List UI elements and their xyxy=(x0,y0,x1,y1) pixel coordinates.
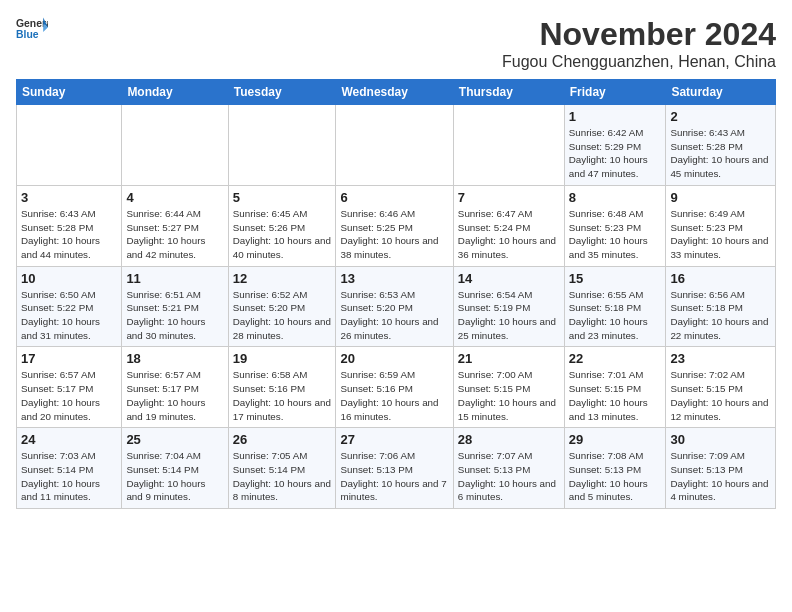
calendar-cell: 15Sunrise: 6:55 AMSunset: 5:18 PMDayligh… xyxy=(564,266,666,347)
day-number: 14 xyxy=(458,271,560,286)
logo-icon: General Blue xyxy=(16,16,48,44)
weekday-header-sunday: Sunday xyxy=(17,80,122,105)
calendar-cell: 16Sunrise: 6:56 AMSunset: 5:18 PMDayligh… xyxy=(666,266,776,347)
calendar-week-row: 3Sunrise: 6:43 AMSunset: 5:28 PMDaylight… xyxy=(17,185,776,266)
day-number: 4 xyxy=(126,190,223,205)
day-info: Sunrise: 6:53 AMSunset: 5:20 PMDaylight:… xyxy=(340,288,448,343)
day-info: Sunrise: 6:51 AMSunset: 5:21 PMDaylight:… xyxy=(126,288,223,343)
day-number: 21 xyxy=(458,351,560,366)
calendar-week-row: 24Sunrise: 7:03 AMSunset: 5:14 PMDayligh… xyxy=(17,428,776,509)
day-number: 22 xyxy=(569,351,662,366)
weekday-header-monday: Monday xyxy=(122,80,228,105)
day-number: 18 xyxy=(126,351,223,366)
day-number: 3 xyxy=(21,190,117,205)
calendar-cell: 22Sunrise: 7:01 AMSunset: 5:15 PMDayligh… xyxy=(564,347,666,428)
calendar-cell: 1Sunrise: 6:42 AMSunset: 5:29 PMDaylight… xyxy=(564,105,666,186)
day-info: Sunrise: 7:08 AMSunset: 5:13 PMDaylight:… xyxy=(569,449,662,504)
day-info: Sunrise: 6:42 AMSunset: 5:29 PMDaylight:… xyxy=(569,126,662,181)
calendar-cell: 27Sunrise: 7:06 AMSunset: 5:13 PMDayligh… xyxy=(336,428,453,509)
calendar-cell: 19Sunrise: 6:58 AMSunset: 5:16 PMDayligh… xyxy=(228,347,336,428)
calendar-cell: 14Sunrise: 6:54 AMSunset: 5:19 PMDayligh… xyxy=(453,266,564,347)
calendar-cell: 9Sunrise: 6:49 AMSunset: 5:23 PMDaylight… xyxy=(666,185,776,266)
day-number: 16 xyxy=(670,271,771,286)
day-info: Sunrise: 7:09 AMSunset: 5:13 PMDaylight:… xyxy=(670,449,771,504)
calendar-cell: 30Sunrise: 7:09 AMSunset: 5:13 PMDayligh… xyxy=(666,428,776,509)
day-info: Sunrise: 6:56 AMSunset: 5:18 PMDaylight:… xyxy=(670,288,771,343)
calendar-cell xyxy=(17,105,122,186)
day-number: 19 xyxy=(233,351,332,366)
calendar-table: SundayMondayTuesdayWednesdayThursdayFrid… xyxy=(16,79,776,509)
calendar-cell xyxy=(228,105,336,186)
day-info: Sunrise: 7:03 AMSunset: 5:14 PMDaylight:… xyxy=(21,449,117,504)
day-number: 2 xyxy=(670,109,771,124)
day-info: Sunrise: 6:55 AMSunset: 5:18 PMDaylight:… xyxy=(569,288,662,343)
day-info: Sunrise: 7:07 AMSunset: 5:13 PMDaylight:… xyxy=(458,449,560,504)
day-info: Sunrise: 6:57 AMSunset: 5:17 PMDaylight:… xyxy=(21,368,117,423)
title-block: November 2024 Fugou Chengguanzhen, Henan… xyxy=(502,16,776,71)
calendar-cell: 5Sunrise: 6:45 AMSunset: 5:26 PMDaylight… xyxy=(228,185,336,266)
day-number: 28 xyxy=(458,432,560,447)
day-number: 8 xyxy=(569,190,662,205)
day-number: 9 xyxy=(670,190,771,205)
day-number: 17 xyxy=(21,351,117,366)
calendar-cell: 13Sunrise: 6:53 AMSunset: 5:20 PMDayligh… xyxy=(336,266,453,347)
calendar-cell: 3Sunrise: 6:43 AMSunset: 5:28 PMDaylight… xyxy=(17,185,122,266)
day-info: Sunrise: 6:50 AMSunset: 5:22 PMDaylight:… xyxy=(21,288,117,343)
day-info: Sunrise: 6:49 AMSunset: 5:23 PMDaylight:… xyxy=(670,207,771,262)
day-info: Sunrise: 7:00 AMSunset: 5:15 PMDaylight:… xyxy=(458,368,560,423)
day-info: Sunrise: 6:48 AMSunset: 5:23 PMDaylight:… xyxy=(569,207,662,262)
calendar-week-row: 10Sunrise: 6:50 AMSunset: 5:22 PMDayligh… xyxy=(17,266,776,347)
day-number: 15 xyxy=(569,271,662,286)
calendar-cell: 21Sunrise: 7:00 AMSunset: 5:15 PMDayligh… xyxy=(453,347,564,428)
day-number: 27 xyxy=(340,432,448,447)
logo: General Blue xyxy=(16,16,48,44)
calendar-cell: 17Sunrise: 6:57 AMSunset: 5:17 PMDayligh… xyxy=(17,347,122,428)
day-number: 25 xyxy=(126,432,223,447)
day-info: Sunrise: 7:01 AMSunset: 5:15 PMDaylight:… xyxy=(569,368,662,423)
day-info: Sunrise: 7:05 AMSunset: 5:14 PMDaylight:… xyxy=(233,449,332,504)
day-number: 1 xyxy=(569,109,662,124)
calendar-cell: 20Sunrise: 6:59 AMSunset: 5:16 PMDayligh… xyxy=(336,347,453,428)
day-info: Sunrise: 7:04 AMSunset: 5:14 PMDaylight:… xyxy=(126,449,223,504)
day-number: 13 xyxy=(340,271,448,286)
day-info: Sunrise: 6:52 AMSunset: 5:20 PMDaylight:… xyxy=(233,288,332,343)
day-info: Sunrise: 6:54 AMSunset: 5:19 PMDaylight:… xyxy=(458,288,560,343)
day-info: Sunrise: 6:57 AMSunset: 5:17 PMDaylight:… xyxy=(126,368,223,423)
weekday-header-wednesday: Wednesday xyxy=(336,80,453,105)
calendar-week-row: 17Sunrise: 6:57 AMSunset: 5:17 PMDayligh… xyxy=(17,347,776,428)
calendar-cell: 10Sunrise: 6:50 AMSunset: 5:22 PMDayligh… xyxy=(17,266,122,347)
calendar-cell: 18Sunrise: 6:57 AMSunset: 5:17 PMDayligh… xyxy=(122,347,228,428)
calendar-cell: 26Sunrise: 7:05 AMSunset: 5:14 PMDayligh… xyxy=(228,428,336,509)
day-number: 12 xyxy=(233,271,332,286)
day-number: 11 xyxy=(126,271,223,286)
svg-text:Blue: Blue xyxy=(16,29,39,40)
day-number: 20 xyxy=(340,351,448,366)
day-number: 29 xyxy=(569,432,662,447)
day-number: 26 xyxy=(233,432,332,447)
calendar-cell: 12Sunrise: 6:52 AMSunset: 5:20 PMDayligh… xyxy=(228,266,336,347)
day-number: 7 xyxy=(458,190,560,205)
day-number: 30 xyxy=(670,432,771,447)
weekday-header-friday: Friday xyxy=(564,80,666,105)
day-info: Sunrise: 7:06 AMSunset: 5:13 PMDaylight:… xyxy=(340,449,448,504)
day-number: 24 xyxy=(21,432,117,447)
day-info: Sunrise: 6:58 AMSunset: 5:16 PMDaylight:… xyxy=(233,368,332,423)
page-header: General Blue November 2024 Fugou Chenggu… xyxy=(16,16,776,71)
calendar-cell: 29Sunrise: 7:08 AMSunset: 5:13 PMDayligh… xyxy=(564,428,666,509)
day-info: Sunrise: 6:44 AMSunset: 5:27 PMDaylight:… xyxy=(126,207,223,262)
day-info: Sunrise: 7:02 AMSunset: 5:15 PMDaylight:… xyxy=(670,368,771,423)
calendar-cell xyxy=(336,105,453,186)
calendar-cell: 25Sunrise: 7:04 AMSunset: 5:14 PMDayligh… xyxy=(122,428,228,509)
calendar-cell: 24Sunrise: 7:03 AMSunset: 5:14 PMDayligh… xyxy=(17,428,122,509)
weekday-header-row: SundayMondayTuesdayWednesdayThursdayFrid… xyxy=(17,80,776,105)
calendar-cell: 7Sunrise: 6:47 AMSunset: 5:24 PMDaylight… xyxy=(453,185,564,266)
calendar-cell xyxy=(453,105,564,186)
calendar-cell: 4Sunrise: 6:44 AMSunset: 5:27 PMDaylight… xyxy=(122,185,228,266)
weekday-header-saturday: Saturday xyxy=(666,80,776,105)
day-info: Sunrise: 6:46 AMSunset: 5:25 PMDaylight:… xyxy=(340,207,448,262)
calendar-cell: 6Sunrise: 6:46 AMSunset: 5:25 PMDaylight… xyxy=(336,185,453,266)
day-number: 5 xyxy=(233,190,332,205)
calendar-cell xyxy=(122,105,228,186)
month-title: November 2024 xyxy=(502,16,776,53)
weekday-header-thursday: Thursday xyxy=(453,80,564,105)
